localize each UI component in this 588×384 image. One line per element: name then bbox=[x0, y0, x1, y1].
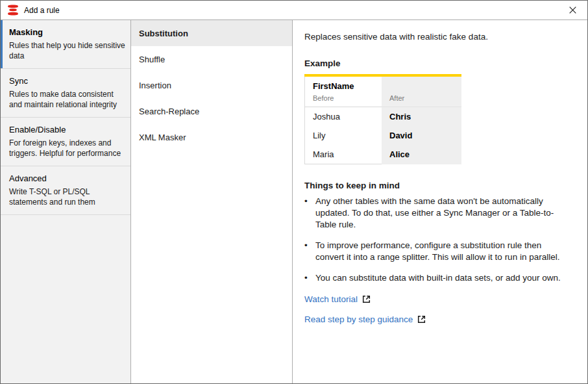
example-after-column: After Chris David Alice bbox=[382, 77, 461, 164]
sidebar-item-sync[interactable]: Sync Rules to make data consistent and m… bbox=[1, 69, 130, 118]
sidebar-item-title: Masking bbox=[9, 27, 127, 37]
rule-type-shuffle[interactable]: Shuffle bbox=[131, 46, 292, 72]
rule-type-search-replace[interactable]: Search-Replace bbox=[131, 98, 292, 124]
before-value: Joshua bbox=[305, 107, 382, 126]
external-link-icon bbox=[362, 295, 371, 303]
after-value: Alice bbox=[382, 145, 461, 164]
after-value: David bbox=[382, 126, 461, 145]
after-value: Chris bbox=[382, 107, 461, 126]
rule-description: Replaces sensitive data with realistic f… bbox=[304, 32, 577, 42]
external-link-icon bbox=[417, 315, 426, 324]
notes-heading: Things to keep in mind bbox=[304, 181, 577, 190]
close-icon bbox=[569, 6, 576, 14]
before-label: Before bbox=[313, 94, 382, 102]
read-guidance-link[interactable]: Read step by step guidance bbox=[304, 314, 413, 324]
close-button[interactable] bbox=[558, 1, 587, 19]
bullet-icon bbox=[304, 240, 315, 263]
example-after-header: After bbox=[382, 77, 461, 107]
bullet-icon bbox=[304, 272, 315, 284]
dialog-body: Masking Rules that help you hide sensiti… bbox=[1, 20, 587, 383]
app-logo-icon bbox=[7, 5, 19, 16]
detail-panel: Replaces sensitive data with realistic f… bbox=[293, 20, 587, 383]
watch-tutorial-link[interactable]: Watch tutorial bbox=[304, 294, 358, 304]
rule-type-xml-masker[interactable]: XML Masker bbox=[131, 124, 292, 150]
sidebar-item-description: Rules that help you hide sensitive data bbox=[9, 40, 127, 61]
note-text: You can substitute data with built-in da… bbox=[315, 272, 561, 284]
sidebar-item-advanced[interactable]: Advanced Write T-SQL or PL/SQL statement… bbox=[1, 166, 130, 215]
note-item: To improve performance, configure a subs… bbox=[304, 240, 569, 263]
rule-type-substitution[interactable]: Substitution bbox=[131, 20, 292, 46]
sidebar-item-title: Sync bbox=[9, 76, 127, 86]
sidebar-item-enable-disable[interactable]: Enable/Disable For foreign keys, indexes… bbox=[1, 118, 130, 166]
window-title: Add a rule bbox=[24, 6, 60, 15]
example-before-column: FirstName Before Joshua Lily Maria bbox=[304, 77, 382, 164]
note-item: You can substitute data with built-in da… bbox=[304, 272, 569, 284]
note-text: To improve performance, configure a subs… bbox=[315, 240, 569, 263]
sidebar-item-description: For foreign keys, indexes and triggers. … bbox=[9, 138, 127, 159]
title-bar: Add a rule bbox=[1, 1, 587, 20]
sidebar-item-title: Advanced bbox=[9, 173, 127, 183]
before-value: Maria bbox=[305, 145, 382, 164]
bullet-icon bbox=[304, 196, 315, 231]
example-heading: Example bbox=[304, 58, 577, 68]
sidebar-item-description: Write T-SQL or PL/SQL statements and run… bbox=[9, 186, 127, 207]
sidebar-item-masking[interactable]: Masking Rules that help you hide sensiti… bbox=[1, 20, 130, 69]
rule-type-list: Substitution Shuffle Insertion Search-Re… bbox=[131, 20, 293, 383]
rule-type-insertion[interactable]: Insertion bbox=[131, 72, 292, 98]
example-table: FirstName Before Joshua Lily Maria After… bbox=[304, 74, 461, 164]
after-label: After bbox=[389, 94, 461, 102]
sidebar-item-title: Enable/Disable bbox=[9, 125, 127, 134]
note-text: Any other tables with the same data won'… bbox=[315, 196, 569, 231]
category-sidebar: Masking Rules that help you hide sensiti… bbox=[1, 20, 131, 383]
sidebar-item-description: Rules to make data consistent and mainta… bbox=[9, 89, 127, 110]
example-column-name: FirstName bbox=[313, 81, 382, 91]
watch-tutorial-row: Watch tutorial bbox=[304, 294, 577, 304]
note-item: Any other tables with the same data won'… bbox=[304, 196, 569, 231]
add-rule-dialog: Add a rule Masking Rules that help you h… bbox=[0, 0, 588, 384]
read-guidance-row: Read step by step guidance bbox=[304, 314, 577, 324]
before-value: Lily bbox=[305, 126, 382, 145]
example-before-header: FirstName Before bbox=[305, 77, 382, 107]
